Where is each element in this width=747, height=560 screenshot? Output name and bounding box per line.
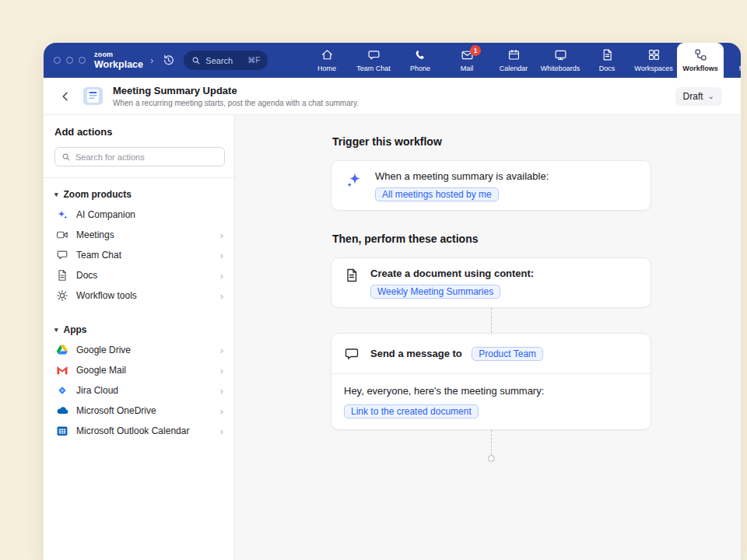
app-window: zoom Workplace › Search ⌘F Home bbox=[44, 43, 741, 560]
section-label: Apps bbox=[64, 324, 87, 335]
nav-label: Phone bbox=[410, 65, 430, 72]
nav-item-phone[interactable]: Phone bbox=[397, 43, 444, 78]
sidebar-item-meetings[interactable]: Meetings › bbox=[54, 225, 225, 245]
chevron-right-icon[interactable]: › bbox=[150, 55, 153, 65]
sidebar-item-microsoft-outlook-calendar[interactable]: Microsoft Outlook Calendar › bbox=[54, 421, 225, 441]
chevron-right-icon: › bbox=[220, 385, 225, 397]
window-control-circle[interactable] bbox=[66, 57, 73, 64]
send-message-card[interactable]: Send a message to Product Team Hey, ever… bbox=[331, 333, 651, 430]
create-document-card[interactable]: Create a document using content: Weekly … bbox=[331, 257, 651, 308]
chevron-right-icon: › bbox=[220, 250, 225, 261]
sidebar-item-microsoft-onedrive[interactable]: Microsoft OneDrive › bbox=[54, 401, 225, 421]
nav-label: More bbox=[739, 65, 741, 72]
chevron-down-icon: ▾ bbox=[54, 191, 58, 198]
draft-status-dropdown[interactable]: Draft ⌄ bbox=[675, 87, 722, 106]
section-apps[interactable]: ▾ Apps bbox=[54, 318, 225, 340]
trigger-content: When a meeting summary is available: All… bbox=[375, 170, 549, 201]
nav-label: Home bbox=[317, 65, 336, 72]
add-actions-sidebar: Add actions ▾ Zoom products bbox=[44, 115, 235, 560]
actions-search-field[interactable] bbox=[54, 147, 225, 166]
team-chat-icon bbox=[56, 249, 68, 261]
workflow-header: Meeting Summary Update When a recurring … bbox=[44, 78, 741, 115]
meetings-icon bbox=[56, 229, 68, 241]
sidebar-item-workflow-tools[interactable]: Workflow tools › bbox=[54, 285, 225, 306]
nav-item-home[interactable]: Home bbox=[303, 43, 350, 78]
page-subtitle: When a recurring meeting starts, post th… bbox=[113, 99, 359, 107]
ai-sparkle-icon bbox=[344, 170, 364, 191]
nav-item-workspaces[interactable]: Workspaces bbox=[630, 43, 677, 78]
sidebar-item-label: Jira Cloud bbox=[76, 385, 118, 396]
workflow-canvas: Trigger this workflow bbox=[235, 115, 741, 560]
nav-label: Team Chat bbox=[356, 65, 391, 72]
window-control-circle[interactable] bbox=[79, 57, 86, 64]
nav-label: Mail bbox=[461, 65, 474, 72]
trigger-text: When a meeting summary is available: bbox=[375, 170, 549, 183]
nav-label: Calendar bbox=[500, 65, 528, 72]
outlook-calendar-icon bbox=[56, 425, 68, 437]
sidebar-item-label: Microsoft OneDrive bbox=[76, 405, 156, 416]
workflow-title-block: Meeting Summary Update When a recurring … bbox=[113, 85, 359, 107]
search-shortcut: ⌘F bbox=[247, 56, 260, 65]
sidebar-item-ai-companion[interactable]: AI Companion bbox=[54, 205, 225, 225]
chevron-right-icon: › bbox=[220, 290, 225, 302]
logo-workplace-text: Workplace bbox=[94, 60, 143, 70]
section-zoom-products[interactable]: ▾ Zoom products bbox=[54, 183, 225, 205]
chevron-right-icon: › bbox=[220, 270, 225, 282]
window-control-circle[interactable] bbox=[54, 57, 61, 64]
page-title: Meeting Summary Update bbox=[113, 85, 359, 96]
workflow-thumbnail-icon bbox=[82, 86, 103, 107]
recipient-tag[interactable]: Product Team bbox=[472, 347, 543, 361]
nav-label: Docs bbox=[599, 65, 615, 72]
sidebar-item-google-drive[interactable]: Google Drive › bbox=[54, 340, 225, 360]
create-document-content: Create a document using content: Weekly … bbox=[370, 267, 534, 299]
sidebar-item-team-chat[interactable]: Team Chat › bbox=[54, 245, 225, 265]
send-message-row: Send a message to Product Team bbox=[370, 346, 543, 361]
trigger-card[interactable]: When a meeting summary is available: All… bbox=[331, 160, 651, 211]
nav-item-mail[interactable]: Mail 1 bbox=[444, 43, 490, 78]
sidebar-item-google-mail[interactable]: Google Mail › bbox=[54, 360, 225, 380]
chevron-down-icon: ▾ bbox=[54, 326, 58, 334]
sidebar-divider bbox=[44, 177, 234, 178]
message-body-text: Hey, everyone, here's the meeting summar… bbox=[344, 384, 638, 397]
ai-companion-icon bbox=[56, 208, 68, 221]
chevron-right-icon: › bbox=[220, 365, 225, 376]
sidebar-item-label: Microsoft Outlook Calendar bbox=[76, 425, 189, 436]
jira-icon bbox=[56, 384, 68, 397]
google-drive-icon bbox=[56, 344, 68, 356]
sidebar-item-jira-cloud[interactable]: Jira Cloud › bbox=[54, 380, 225, 401]
trigger-section-heading: Trigger this workflow bbox=[332, 135, 651, 148]
chevron-right-icon: › bbox=[220, 405, 225, 417]
nav-label: Workflows bbox=[682, 65, 717, 72]
nav-item-calendar[interactable]: Calendar bbox=[490, 43, 537, 78]
history-icon[interactable] bbox=[162, 54, 175, 67]
search-label: Search bbox=[205, 56, 233, 65]
logo-zoom-text: zoom bbox=[94, 51, 143, 58]
whiteboards-icon bbox=[554, 48, 567, 61]
message-bubble-icon bbox=[344, 346, 359, 362]
docs-icon bbox=[56, 269, 68, 282]
document-icon bbox=[344, 268, 359, 283]
document-link-tag[interactable]: Link to the created document bbox=[344, 404, 479, 418]
nav-item-workflows[interactable]: Workflows bbox=[677, 43, 724, 78]
chevron-left-icon bbox=[59, 90, 72, 103]
back-button[interactable] bbox=[59, 90, 72, 103]
more-icon bbox=[741, 48, 742, 61]
sidebar-item-docs[interactable]: Docs › bbox=[54, 265, 225, 285]
search-icon bbox=[191, 56, 201, 65]
window-controls bbox=[54, 57, 86, 64]
connector-dashed bbox=[491, 430, 492, 455]
document-content-tag[interactable]: Weekly Meeting Summaries bbox=[370, 285, 500, 299]
nav-item-whiteboards[interactable]: Whiteboards bbox=[537, 43, 584, 78]
workflow-end-node bbox=[488, 455, 495, 462]
trigger-scope-tag[interactable]: All meetings hosted by me bbox=[375, 187, 499, 201]
primary-nav: Home Team Chat Phone Mail 1 bbox=[303, 43, 741, 78]
nav-item-team-chat[interactable]: Team Chat bbox=[350, 43, 397, 78]
actions-search-input[interactable] bbox=[75, 152, 218, 162]
action-text: Create a document using content: bbox=[370, 267, 534, 280]
search-input[interactable]: Search ⌘F bbox=[184, 51, 268, 70]
nav-item-docs[interactable]: Docs bbox=[584, 43, 630, 78]
sidebar-item-label: Google Mail bbox=[76, 365, 126, 376]
section-label: Zoom products bbox=[64, 189, 132, 200]
nav-item-more[interactable]: More bbox=[724, 43, 741, 78]
sidebar-item-label: AI Companion bbox=[76, 209, 135, 220]
